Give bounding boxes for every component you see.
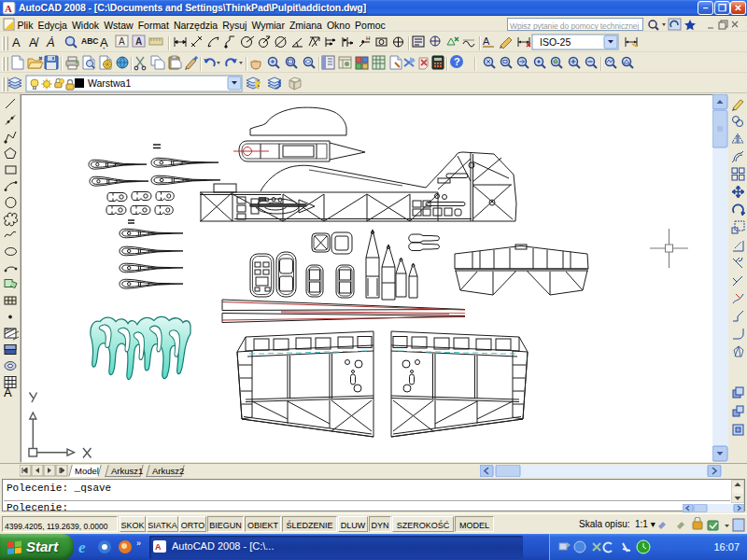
svg-text:»: »	[136, 539, 141, 548]
svg-text:A: A	[4, 385, 12, 399]
svg-text:Ạ: Ạ	[100, 35, 108, 49]
svg-text:A̸: A̸	[29, 35, 39, 49]
svg-text:A: A	[5, 3, 12, 14]
svg-text:Ȧ: Ȧ	[46, 35, 55, 49]
svg-text:ISO-25: ISO-25	[540, 36, 571, 48]
svg-text:ABC: ABC	[81, 36, 98, 46]
svg-text:A: A	[12, 35, 21, 49]
svg-text:A: A	[155, 542, 162, 552]
svg-text:A: A	[135, 36, 142, 47]
svg-text:H: H	[366, 35, 370, 41]
svg-text:A: A	[119, 36, 125, 47]
svg-text:e: e	[78, 539, 86, 555]
svg-text:A: A	[483, 35, 490, 47]
svg-text:Warstwa1: Warstwa1	[88, 77, 131, 89]
